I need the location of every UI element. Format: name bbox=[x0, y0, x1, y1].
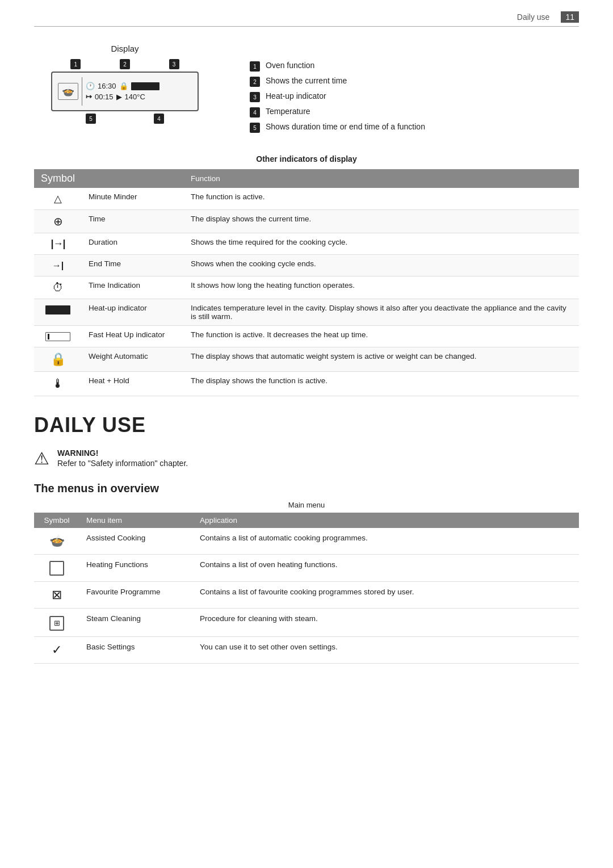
menu-app-settings: You can use it to set other oven setting… bbox=[193, 636, 579, 663]
clock-icon: 🕐 bbox=[86, 82, 95, 90]
table-row: ⊠ Favourite Programme Contains a list of… bbox=[34, 582, 579, 609]
function-heatup: Indicates temperature level in the cavit… bbox=[184, 299, 579, 326]
menu-body: 🍲 Assisted Cooking Contains a list of au… bbox=[34, 528, 579, 663]
name-duration: Duration bbox=[82, 233, 184, 255]
menu-app-assisted: Contains a list of automatic cooking pro… bbox=[193, 528, 579, 555]
menus-heading: The menus in overview bbox=[34, 482, 579, 495]
function-minute-minder: The function is active. bbox=[184, 188, 579, 210]
warning-text: Refer to "Safety information" chapter. bbox=[57, 459, 188, 468]
menu-item-heating: Heating Functions bbox=[79, 555, 193, 582]
legend-badge-2: 2 bbox=[250, 77, 260, 87]
bell-icon: △ bbox=[54, 193, 62, 204]
menu-symbol-settings: ✓ bbox=[34, 636, 79, 663]
marker-4: 4 bbox=[154, 114, 164, 124]
duration-row: ↦ 00:15 ▶ 140°C bbox=[86, 93, 159, 101]
legend-item-4: 4 Temperature bbox=[250, 107, 579, 118]
menu-symbol-heat bbox=[34, 555, 79, 582]
table-row: Fast Heat Up indicator The function is a… bbox=[34, 326, 579, 347]
heat-function-icon bbox=[49, 561, 64, 576]
diagram-container: 1 2 3 🍲 🕐 16:30 🔒 bbox=[40, 59, 210, 124]
temperature: 140°C bbox=[125, 93, 145, 101]
legend-text-2: Shows the current time bbox=[266, 76, 347, 85]
favourite-icon: ⊠ bbox=[52, 588, 62, 602]
end-time-icon: →| bbox=[52, 261, 64, 270]
display-diagram: Display 1 2 3 🍲 🕐 1 bbox=[34, 44, 216, 137]
settings-icon: ✓ bbox=[52, 643, 62, 657]
clock-circle-icon: ⊕ bbox=[53, 215, 63, 228]
menu-item-favourite: Favourite Programme bbox=[79, 582, 193, 609]
table-row: ⊕ Time The display shows the current tim… bbox=[34, 210, 579, 233]
warning-icon: ⚠ bbox=[34, 448, 49, 468]
warning-content: WARNING! Refer to "Safety information" c… bbox=[57, 448, 188, 468]
legend-item-2: 2 Shows the current time bbox=[250, 76, 579, 87]
symbol-time: ⊕ bbox=[34, 210, 82, 233]
menu-col-application: Application bbox=[193, 513, 579, 528]
oven-display: 🍲 🕐 16:30 🔒 ↦ 00:15 bbox=[51, 72, 199, 111]
symbol-bell: △ bbox=[34, 188, 82, 210]
legend-badge-4: 4 bbox=[250, 107, 260, 118]
symbol-weight: 🔒 bbox=[34, 347, 82, 372]
duration-icon: ↦ bbox=[86, 93, 92, 101]
arrow-right: ▶ bbox=[116, 93, 122, 101]
main-menu-label: Main menu bbox=[34, 501, 579, 509]
legend-badge-1: 1 bbox=[250, 61, 260, 72]
function-fastheat: The function is active. It decreases the… bbox=[184, 326, 579, 347]
symbol-fastheat bbox=[34, 326, 82, 347]
function-heathold: The display shows the function is active… bbox=[184, 372, 579, 396]
diagram-bottom-markers: 5 4 bbox=[40, 114, 210, 124]
pot-icon: 🍲 bbox=[49, 534, 65, 548]
warning-title: WARNING! bbox=[57, 448, 188, 458]
table-row: ⊞ Steam Cleaning Procedure for cleaning … bbox=[34, 609, 579, 637]
name-heathold: Heat + Hold bbox=[82, 372, 184, 396]
table-row: ✓ Basic Settings You can use it to set o… bbox=[34, 636, 579, 663]
time-row: 🕐 16:30 🔒 bbox=[86, 82, 159, 90]
function-weight: The display shows that automatic weight … bbox=[184, 347, 579, 372]
table-row: ⏱ Time Indication It shows how long the … bbox=[34, 276, 579, 299]
col-name bbox=[82, 169, 184, 188]
legend-badge-5: 5 bbox=[250, 123, 260, 133]
col-function: Function bbox=[184, 169, 579, 188]
page-number: 11 bbox=[561, 11, 579, 23]
duration-icon: |→| bbox=[51, 238, 65, 249]
marker-2: 2 bbox=[120, 59, 130, 69]
indicators-title: Other indicators of display bbox=[34, 154, 579, 163]
function-duration: Shows the time required for the cooking … bbox=[184, 233, 579, 255]
current-time: 16:30 bbox=[98, 82, 116, 90]
time-section: 🕐 16:30 🔒 ↦ 00:15 ▶ 140°C bbox=[86, 82, 159, 101]
menus-section: The menus in overview Main menu Symbol M… bbox=[34, 482, 579, 664]
steam-icon: ⊞ bbox=[49, 616, 64, 631]
menu-item-steam: Steam Cleaning bbox=[79, 609, 193, 637]
table-row: Heating Functions Contains a list of ove… bbox=[34, 555, 579, 582]
legend-text-4: Temperature bbox=[266, 107, 310, 116]
header-title: Daily use bbox=[517, 12, 550, 22]
legend-list: 1 Oven function 2 Shows the current time… bbox=[250, 44, 579, 137]
table-row: 🍲 Assisted Cooking Contains a list of au… bbox=[34, 528, 579, 555]
indicators-header-row: Symbol Function bbox=[34, 169, 579, 188]
symbol-heatup bbox=[34, 299, 82, 326]
menu-table: Symbol Menu item Application 🍲 Assisted … bbox=[34, 513, 579, 664]
marker-1: 1 bbox=[70, 59, 81, 69]
warning-box: ⚠ WARNING! Refer to "Safety information"… bbox=[34, 448, 579, 468]
oven-icon: 🍲 bbox=[58, 83, 78, 100]
top-section: Display 1 2 3 🍲 🕐 1 bbox=[34, 44, 579, 137]
heathold-icon: 🌡 bbox=[52, 376, 64, 391]
name-timeindication: Time Indication bbox=[82, 276, 184, 299]
time-indication-icon: ⏱ bbox=[52, 281, 64, 293]
menu-col-symbol: Symbol bbox=[34, 513, 79, 528]
page-header: Daily use 11 bbox=[34, 11, 579, 27]
table-row: →| End Time Shows when the cooking cycle… bbox=[34, 255, 579, 276]
menu-symbol-pot: 🍲 bbox=[34, 528, 79, 555]
name-time: Time bbox=[82, 210, 184, 233]
symbol-heathold: 🌡 bbox=[34, 372, 82, 396]
name-minute-minder: Minute Minder bbox=[82, 188, 184, 210]
indicators-body: △ Minute Minder The function is active. … bbox=[34, 188, 579, 396]
name-endtime: End Time bbox=[82, 255, 184, 276]
legend-text-3: Heat-up indicator bbox=[266, 91, 326, 100]
symbol-timeindication: ⏱ bbox=[34, 276, 82, 299]
table-row: Heat-up indicator Indicates temperature … bbox=[34, 299, 579, 326]
menu-col-item: Menu item bbox=[79, 513, 193, 528]
menu-app-steam: Procedure for cleaning with steam. bbox=[193, 609, 579, 637]
symbol-endtime: →| bbox=[34, 255, 82, 276]
lock-icon: 🔒 bbox=[119, 82, 128, 90]
col-symbol: Symbol bbox=[34, 169, 82, 188]
